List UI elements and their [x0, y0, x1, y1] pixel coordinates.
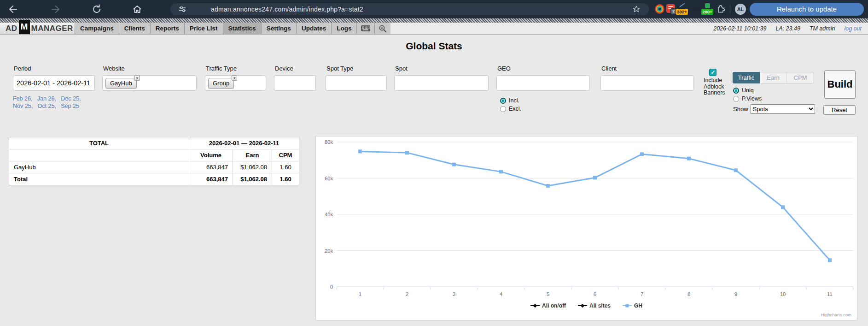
bookmark-star-icon[interactable]	[632, 5, 641, 14]
logout-link[interactable]: log out	[844, 25, 862, 32]
extension-green-detail	[705, 3, 710, 8]
extensions-puzzle-icon[interactable]	[716, 4, 725, 13]
forward-icon[interactable]	[50, 4, 61, 15]
keyboard-icon	[361, 25, 371, 32]
chart-credit[interactable]: Highcharts.com	[821, 312, 851, 317]
traffic-type-tag: Group x	[208, 78, 234, 89]
incl-label: Incl.	[509, 97, 519, 104]
pviews-option[interactable]: P.Views	[733, 95, 762, 102]
menu-item-clients[interactable]: Clients	[119, 23, 150, 34]
reload-icon[interactable]	[91, 4, 102, 15]
svg-text:9: 9	[734, 291, 737, 297]
menu-item-campaigns[interactable]: Campaigns	[75, 23, 119, 34]
menu-item-settings[interactable]: Settings	[261, 23, 296, 34]
address-bar[interactable]: adman.annonces247.com/admin/index.php?a=…	[170, 3, 649, 15]
stats-chart-card: 020k40k60k80k1234567891011 All on/offAll…	[315, 136, 857, 320]
legend-marker-icon	[623, 303, 632, 308]
client-field[interactable]	[600, 75, 694, 91]
legend-label: All on/off	[542, 302, 566, 309]
spot-label: Spot	[395, 65, 408, 72]
build-button[interactable]: Build	[824, 70, 856, 99]
geo-field[interactable]	[496, 75, 590, 91]
metric-button-earn[interactable]: Earn	[760, 72, 787, 83]
metric-button-traffic[interactable]: Traffic	[733, 72, 760, 83]
quick-link-oct25[interactable]: Oct 25	[38, 103, 59, 109]
keyboard-menu-button[interactable]	[356, 23, 374, 34]
profile-avatar[interactable]: AL	[735, 4, 746, 15]
volume-cell: 663,847	[189, 161, 233, 173]
geo-incl-option[interactable]: Incl.	[500, 97, 519, 104]
traffic-type-field[interactable]: Group x	[205, 75, 266, 91]
relaunch-button[interactable]: Relaunch to update	[750, 3, 864, 16]
stats-line-chart[interactable]: 020k40k60k80k1234567891011	[316, 136, 858, 300]
period-quick-links: Feb 26 Jan 26 Dec 25 Nov 25 Oct 25 Sep 2…	[13, 95, 92, 110]
website-field[interactable]: GayHub x	[102, 75, 197, 91]
legend-item-all-sites[interactable]: All sites	[578, 302, 611, 309]
quick-link-nov25[interactable]: Nov 25	[13, 103, 36, 109]
svg-text:2: 2	[406, 291, 408, 297]
website-tag-label: GayHub	[110, 80, 132, 87]
extension-red-icon[interactable]: 2	[666, 4, 675, 13]
svg-text:8: 8	[687, 291, 690, 297]
total-volume-cell: 663,847	[189, 173, 233, 185]
total-name-cell: Total	[9, 173, 189, 185]
reset-button[interactable]: Reset	[823, 105, 856, 115]
extension-color-wheel-icon[interactable]	[655, 4, 664, 14]
legend-item-all-on-off[interactable]: All on/off	[530, 302, 566, 309]
extension-adblock-icon[interactable]: 302+	[676, 3, 688, 15]
device-field[interactable]	[274, 75, 316, 91]
magnifier-icon	[379, 24, 387, 33]
menu-item-statistics[interactable]: Statistics	[223, 23, 261, 34]
total-earn-cell: $1,062.08	[233, 173, 272, 185]
remove-tag-icon[interactable]: x	[134, 75, 140, 81]
home-icon[interactable]	[132, 4, 143, 15]
logo-text-post: MANAGER	[31, 24, 73, 33]
adblock-checkbox[interactable]	[709, 69, 717, 76]
legend-marker-icon	[578, 303, 587, 308]
legend-item-gh[interactable]: GH	[623, 302, 642, 309]
excl-radio[interactable]	[500, 106, 506, 112]
app-logo: AD M MANAGER	[0, 23, 75, 34]
toolbar-divider	[730, 5, 730, 14]
menu-item-logs[interactable]: Logs	[331, 23, 356, 34]
quick-link-dec25[interactable]: Dec 25	[61, 95, 84, 102]
show-select[interactable]: Spots	[751, 104, 815, 114]
quick-link-sep25[interactable]: Sep 25	[61, 103, 79, 109]
app-menubar: AD M MANAGER Campaigns Clients Reports P…	[0, 23, 868, 35]
svg-text:80k: 80k	[325, 139, 333, 145]
uniq-radio[interactable]	[733, 88, 739, 94]
geo-excl-option[interactable]: Excl.	[500, 106, 521, 112]
extension-badge: 302+	[676, 9, 688, 15]
extension-red-detail	[668, 6, 673, 7]
spot-field[interactable]	[394, 75, 489, 91]
chart-legend: All on/offAll sitesGH	[316, 302, 857, 309]
traffic-type-label: Traffic Type	[206, 65, 237, 72]
uniq-option[interactable]: Uniq	[733, 87, 754, 94]
url-text[interactable]: adman.annonces247.com/admin/index.php?a=…	[211, 6, 363, 13]
quick-link-feb26[interactable]: Feb 26	[13, 95, 35, 102]
metric-button-cpm[interactable]: CPM	[787, 72, 814, 83]
header-load-average: LA: 23.49	[775, 25, 800, 32]
back-icon[interactable]	[7, 4, 18, 15]
spot-type-field[interactable]	[326, 75, 387, 91]
search-stats-menu-button[interactable]	[374, 23, 390, 34]
excl-label: Excl.	[509, 106, 521, 112]
header-datetime: 2026-02-11 10:01:39	[713, 25, 766, 32]
menu-item-price-list[interactable]: Price List	[184, 23, 223, 34]
table-title: TOTAL	[9, 137, 189, 149]
quick-link-jan26[interactable]: Jan 26	[37, 95, 59, 102]
svg-text:60k: 60k	[325, 176, 333, 181]
table-total-row: Total 663,847 $1,062.08 1.60	[9, 173, 299, 185]
period-input[interactable]	[13, 75, 95, 91]
metric-toggle-group: Traffic Earn CPM	[733, 72, 814, 83]
pviews-radio[interactable]	[733, 96, 739, 102]
extension-green-icon[interactable]: 200+	[701, 3, 713, 15]
menu-item-updates[interactable]: Updates	[296, 23, 331, 34]
menu-item-reports[interactable]: Reports	[150, 23, 184, 34]
table-row: GayHub 663,847 $1,062.08 1.60	[9, 161, 299, 173]
incl-radio[interactable]	[500, 98, 506, 104]
site-settings-icon[interactable]	[178, 5, 187, 14]
remove-tag-icon[interactable]: x	[232, 75, 237, 81]
extension-paw-icon[interactable]	[692, 5, 700, 13]
geo-label: GEO	[497, 65, 511, 72]
